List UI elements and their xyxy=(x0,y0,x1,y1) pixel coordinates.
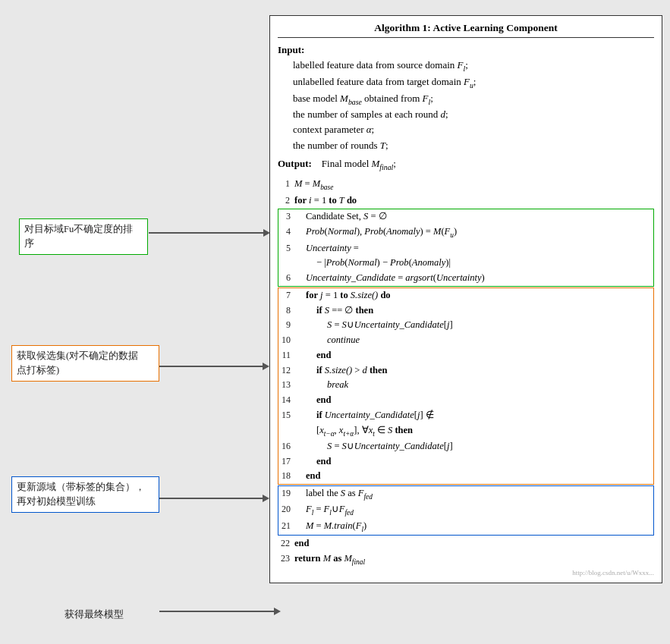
line-22: 22 end xyxy=(278,536,654,551)
line-18: 18 end xyxy=(278,469,653,484)
line-15: 15 if Uncertainty_Candidate[j] ∉ xyxy=(278,408,653,423)
line-13: 13 break xyxy=(278,378,653,393)
annotation-3: 更新源域（带标签的集合），再对初始模型训练 xyxy=(11,476,159,513)
line-num-5: 5 xyxy=(278,241,295,256)
line-19: 19 label the S as Ffed xyxy=(278,486,653,502)
line-content-16: S = S∪Uncertainty_Candidate[j] xyxy=(295,439,653,454)
code-lines: 1 M = Mbase 2 for i = 1 to T do 3 Candid… xyxy=(278,177,654,567)
line-content-19: label the S as Ffed xyxy=(295,486,653,502)
algorithm-title: Algorithm 1: Active Learning Component xyxy=(278,22,654,38)
line-num-1: 1 xyxy=(278,177,294,191)
arrow-line-3 xyxy=(159,498,263,499)
input-line-3: base model Mbase obtained from Fl; xyxy=(278,91,654,108)
arrow-head-1 xyxy=(263,229,270,237)
output-text: Final model Mfinal; xyxy=(314,158,396,169)
line-content-3: Candidate Set, S = ∅ xyxy=(295,209,653,225)
arrow-1 xyxy=(149,229,270,237)
bottom-arrow-line xyxy=(159,611,274,612)
line-num-9: 9 xyxy=(278,318,295,332)
line-num-19: 19 xyxy=(278,486,295,501)
line-num-17: 17 xyxy=(278,454,295,469)
line-6: 6 Uncertainty_Candidate = argsort(Uncert… xyxy=(278,271,653,286)
line-content-20: Fl = Fl∪Ffed xyxy=(295,502,653,518)
line-content-8: if S == ∅ then xyxy=(295,303,653,319)
line-num-23: 23 xyxy=(278,551,294,566)
output-label: Output: xyxy=(278,158,312,169)
line-20: 20 Fl = Fl∪Ffed xyxy=(278,502,653,518)
line-content-6: Uncertainty_Candidate = argsort(Uncertai… xyxy=(295,271,653,286)
input-line-4: the number of samples at each round d; xyxy=(278,107,654,122)
watermark: http://blog.csdn.net/u/Wxxx... xyxy=(278,569,654,576)
line-1: 1 M = Mbase xyxy=(278,177,654,193)
line-8: 8 if S == ∅ then xyxy=(278,303,653,319)
line-num-10: 10 xyxy=(278,333,295,347)
arrow-line-2 xyxy=(159,366,263,367)
line-5b: − |Prob(Normal) − Prob(Anomaly)| xyxy=(278,256,653,271)
line-num-11: 11 xyxy=(278,348,295,363)
line-content-18: end xyxy=(295,469,653,484)
line-4: 4 Prob(Normal), Prob(Anomaly) = M(Fu) xyxy=(278,225,653,240)
algorithm-box: Algorithm 1: Active Learning Component I… xyxy=(269,15,662,583)
input-line-5: context parameter α; xyxy=(278,122,654,137)
line-content-12: if S.size() > d then xyxy=(295,363,653,379)
line-7: 7 for j = 1 to S.size() do xyxy=(278,288,653,303)
line-num-6: 6 xyxy=(278,271,295,285)
arrow-2 xyxy=(159,363,269,370)
line-num-14: 14 xyxy=(278,393,295,407)
line-content-21: M = M.train(Fl) xyxy=(295,519,653,535)
line-21: 21 M = M.train(Fl) xyxy=(278,519,653,535)
line-num-2: 2 xyxy=(278,193,294,208)
blue-box: 19 label the S as Ffed 20 Fl = Fl∪Ffed 2… xyxy=(278,485,654,536)
input-line-6: the number of rounds T; xyxy=(278,138,654,153)
line-num-12: 12 xyxy=(278,363,295,378)
line-15b: [xt−α, xt+α], ∀xt ∈ S then xyxy=(278,423,653,439)
line-num-22: 22 xyxy=(278,536,294,551)
line-content-10: continue xyxy=(295,333,653,348)
arrow-head-3 xyxy=(263,495,269,502)
line-23: 23 return M as Mfinal xyxy=(278,551,654,567)
arrow-line-1 xyxy=(149,232,263,234)
line-content-23: return M as Mfinal xyxy=(294,551,654,567)
line-content-11: end xyxy=(295,348,653,363)
line-10: 10 continue xyxy=(278,333,653,348)
line-content-5: Uncertainty = xyxy=(295,241,653,256)
line-17: 17 end xyxy=(278,454,653,470)
line-9: 9 S = S∪Uncertainty_Candidate[j] xyxy=(278,318,653,333)
line-2: 2 for i = 1 to T do xyxy=(278,193,654,209)
line-14: 14 end xyxy=(278,393,653,408)
line-num-13: 13 xyxy=(278,378,295,392)
line-content-13: break xyxy=(295,378,653,393)
bottom-arrow xyxy=(159,608,281,615)
annotation-2: 获取候选集(对不确定的数据点打标签) xyxy=(11,345,159,382)
arrow-3 xyxy=(159,495,269,502)
bottom-arrow-head xyxy=(274,608,281,615)
green-box: 3 Candidate Set, S = ∅ 4 Prob(Normal), P… xyxy=(278,209,654,286)
line-content-4: Prob(Normal), Prob(Anomaly) = M(Fu) xyxy=(295,225,653,240)
line-num-4: 4 xyxy=(278,225,295,239)
annotation-2-text: 获取候选集(对不确定的数据点打标签) xyxy=(17,350,138,375)
line-content-14: end xyxy=(295,393,653,408)
line-num-20: 20 xyxy=(278,502,295,517)
line-content-5b: − |Prob(Normal) − Prob(Anomaly)| xyxy=(295,256,653,271)
title-bold: Algorithm 1: xyxy=(374,22,431,33)
annotation-1-text: 对目标域Fu不确定度的排序 xyxy=(24,224,133,249)
arrow-head-2 xyxy=(263,363,269,370)
line-16: 16 S = S∪Uncertainty_Candidate[j] xyxy=(278,439,653,454)
annotation-3-text: 更新源域（带标签的集合），再对初始模型训练 xyxy=(17,482,145,507)
page-container: Algorithm 1: Active Learning Component I… xyxy=(0,0,670,644)
input-line-2: unlabelled feature data from target doma… xyxy=(278,74,654,91)
line-num-3: 3 xyxy=(278,209,295,224)
line-content-15b: [xt−α, xt+α], ∀xt ∈ S then xyxy=(295,423,653,439)
line-3: 3 Candidate Set, S = ∅ xyxy=(278,209,653,225)
line-12: 12 if S.size() > d then xyxy=(278,363,653,379)
line-num-15: 15 xyxy=(278,408,295,423)
line-content-17: end xyxy=(295,454,653,470)
line-num-7: 7 xyxy=(278,288,295,303)
line-content-2: for i = 1 to T do xyxy=(294,193,654,209)
input-section: Input: labelled feature data from source… xyxy=(278,42,654,153)
line-content-15: if Uncertainty_Candidate[j] ∉ xyxy=(295,408,653,423)
bottom-label: 获得最终模型 xyxy=(64,608,124,621)
bottom-label-text: 获得最终模型 xyxy=(64,608,124,620)
input-label: Input: xyxy=(278,44,304,55)
line-num-18: 18 xyxy=(278,469,295,483)
